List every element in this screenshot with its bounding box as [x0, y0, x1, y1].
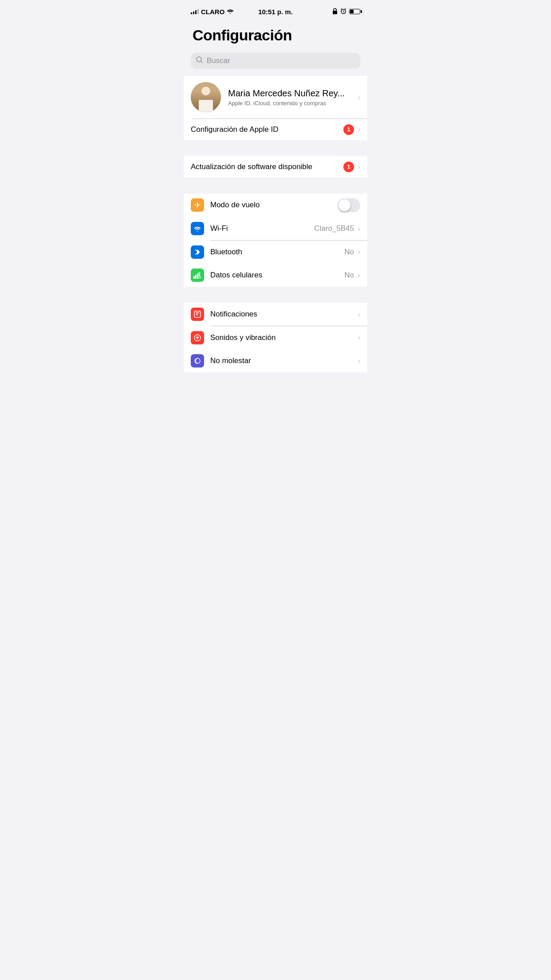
cellular-value: No [344, 271, 354, 280]
page-title: Configuración [193, 27, 358, 44]
profile-chevron-icon: › [358, 93, 360, 102]
cellular-right: No › [344, 271, 360, 280]
donotdisturb-label: No molestar [210, 356, 358, 365]
svg-point-9 [200, 277, 201, 278]
profile-subtitle: Apple ID, iCloud, contenido y compras [228, 100, 350, 107]
sounds-chevron-icon: › [358, 333, 360, 342]
svg-point-14 [197, 337, 198, 339]
status-bar: CLARO 10:51 p. m. [184, 0, 367, 20]
wifi-label: Wi-Fi [210, 224, 314, 233]
software-badge: 1 [343, 162, 354, 172]
airplane-icon-wrap: ✈ [191, 198, 204, 212]
wifi-icon-wrap [191, 222, 204, 235]
search-container: Buscar [184, 49, 367, 76]
wifi-chevron-icon: › [358, 224, 360, 233]
status-time: 10:51 p. m. [258, 8, 293, 16]
section-divider-2 [184, 178, 367, 194]
bluetooth-chevron-icon: › [358, 247, 360, 257]
software-chevron-icon: › [358, 162, 360, 171]
donotdisturb-icon-wrap [191, 354, 204, 368]
toggle-knob [338, 199, 350, 211]
list-item[interactable]: Bluetooth No › [184, 241, 367, 264]
sounds-icon-wrap [191, 331, 204, 344]
software-update-label: Actualización de software disponible [191, 162, 343, 171]
lock-icon [332, 8, 338, 16]
notifications-section: Notificaciones › Sonidos y vibración › [184, 303, 367, 372]
donotdisturb-chevron-icon: › [358, 356, 360, 366]
list-item[interactable]: Sonidos y vibración › [184, 326, 367, 349]
bluetooth-right: No › [344, 247, 360, 257]
wifi-right: Claro_5B45 › [314, 224, 360, 233]
list-item[interactable]: Datos celulares No › [184, 264, 367, 287]
list-item[interactable]: ✈ Modo de vuelo [184, 194, 367, 217]
bluetooth-value: No [344, 248, 354, 257]
connectivity-section: ✈ Modo de vuelo Wi-Fi Claro_5B45 › [184, 194, 367, 287]
list-item[interactable]: Wi-Fi Claro_5B45 › [184, 217, 367, 240]
svg-rect-4 [195, 275, 197, 279]
apple-id-label: Configuración de Apple ID [191, 125, 343, 134]
carrier-name: CLARO [201, 8, 224, 16]
svg-rect-3 [193, 276, 195, 279]
notifications-chevron-icon: › [358, 310, 360, 319]
svg-rect-12 [196, 314, 198, 315]
notifications-label: Notificaciones [210, 310, 358, 319]
apple-id-right: 1 › [343, 124, 360, 135]
page-header: Configuración [184, 20, 367, 49]
apple-id-chevron-icon: › [358, 125, 360, 134]
software-section: Actualización de software disponible 1 › [184, 156, 367, 178]
profile-name: Maria Mercedes Nuñez Rey... [228, 88, 350, 99]
list-item[interactable]: No molestar › [184, 349, 367, 372]
bluetooth-icon-wrap [191, 245, 204, 259]
sounds-label: Sonidos y vibración [210, 333, 358, 342]
search-icon [196, 56, 203, 65]
bluetooth-label: Bluetooth [210, 248, 344, 257]
list-item[interactable]: Notificaciones › [184, 303, 367, 326]
signal-bars [191, 9, 199, 14]
svg-rect-0 [333, 11, 337, 14]
apple-id-badge: 1 [343, 124, 354, 135]
notifications-icon-wrap [191, 308, 204, 321]
section-divider-3 [184, 287, 367, 303]
section-divider-1 [184, 140, 367, 156]
status-left: CLARO [191, 8, 234, 16]
cellular-chevron-icon: › [358, 271, 360, 280]
apple-id-settings-row[interactable]: Configuración de Apple ID 1 › [184, 119, 367, 140]
search-placeholder-text: Buscar [207, 56, 230, 65]
avatar [191, 82, 221, 112]
wifi-value: Claro_5B45 [314, 224, 354, 233]
software-update-right: 1 › [343, 162, 360, 172]
profile-section: Maria Mercedes Nuñez Rey... Apple ID, iC… [184, 76, 367, 140]
airplane-label: Modo de vuelo [210, 201, 338, 209]
cellular-label: Datos celulares [210, 271, 344, 280]
donotdisturb-right: › [358, 356, 360, 366]
search-bar[interactable]: Buscar [191, 53, 360, 69]
status-right [332, 8, 360, 16]
wifi-status-icon [227, 8, 234, 15]
software-update-row[interactable]: Actualización de software disponible 1 › [184, 156, 367, 178]
alarm-icon [340, 8, 346, 16]
notifications-right: › [358, 310, 360, 319]
svg-rect-5 [197, 273, 198, 279]
svg-rect-11 [196, 312, 199, 313]
airplane-icon: ✈ [194, 201, 201, 210]
battery-indicator [349, 9, 360, 14]
airplane-toggle[interactable] [338, 198, 360, 212]
sounds-right: › [358, 333, 360, 342]
profile-row[interactable]: Maria Mercedes Nuñez Rey... Apple ID, iC… [184, 76, 367, 119]
cellular-icon-wrap [191, 269, 204, 282]
profile-info: Maria Mercedes Nuñez Rey... Apple ID, iC… [228, 88, 350, 107]
